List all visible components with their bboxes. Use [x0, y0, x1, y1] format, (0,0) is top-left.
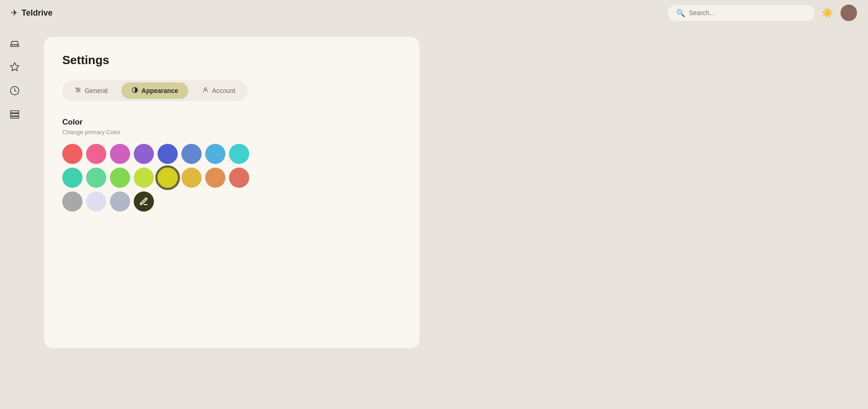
color-swatch-green[interactable] — [110, 168, 130, 188]
tab-account[interactable]: Account — [192, 82, 246, 99]
logo-icon: ✈ — [11, 8, 18, 18]
logo-area: ✈ Teldrive — [11, 8, 53, 18]
tab-account-label: Account — [212, 87, 235, 94]
color-swatch-mint[interactable] — [86, 168, 106, 188]
topbar-right: 🔍 ☀️ — [668, 5, 857, 21]
color-section-label: Color — [62, 118, 401, 127]
svg-rect-4 — [11, 111, 19, 113]
sidebar-item-drive[interactable] — [5, 33, 25, 53]
color-grid — [62, 144, 401, 212]
sidebar-item-storage[interactable] — [5, 104, 25, 125]
theme-toggle-button[interactable]: ☀️ — [822, 7, 833, 18]
svg-point-0 — [12, 44, 14, 45]
svg-point-1 — [16, 44, 17, 45]
color-swatch-pink[interactable] — [86, 144, 106, 164]
settings-title: Settings — [62, 53, 401, 67]
color-swatch-lime[interactable] — [134, 168, 154, 188]
tab-appearance-label: Appearance — [142, 87, 178, 94]
color-swatch-sky[interactable] — [205, 144, 225, 164]
svg-point-12 — [204, 88, 207, 90]
search-input[interactable] — [689, 9, 806, 16]
color-swatch-indigo[interactable] — [158, 144, 178, 164]
color-swatch-orange[interactable] — [205, 168, 225, 188]
search-bar[interactable]: 🔍 — [668, 5, 814, 21]
color-swatch-red[interactable] — [62, 144, 82, 164]
account-tab-icon — [202, 87, 209, 95]
svg-rect-6 — [11, 117, 19, 119]
color-swatch-coral[interactable] — [229, 168, 249, 188]
color-swatch-blue[interactable] — [181, 144, 202, 164]
tab-appearance[interactable]: Appearance — [121, 82, 188, 99]
color-swatch-yellow[interactable] — [158, 168, 178, 188]
content-area: Settings General — [29, 26, 868, 409]
color-swatch-gray[interactable] — [62, 191, 82, 212]
search-icon: 🔍 — [676, 9, 685, 17]
color-section-sub: Change primary Color — [62, 129, 401, 136]
color-swatch-magenta[interactable] — [110, 144, 130, 164]
general-tab-icon — [75, 87, 82, 95]
tab-general-label: General — [85, 87, 108, 94]
sidebar-item-starred[interactable] — [5, 57, 25, 77]
svg-rect-5 — [11, 114, 19, 116]
settings-tabs: General Appearance — [62, 80, 248, 101]
tab-general[interactable]: General — [65, 82, 118, 99]
color-swatch-purple[interactable] — [134, 144, 154, 164]
appearance-tab-icon — [131, 87, 138, 95]
color-swatch-lavender[interactable] — [86, 191, 106, 212]
color-swatch-teal[interactable] — [62, 168, 82, 188]
svg-marker-2 — [11, 63, 19, 71]
topbar: ✈ Teldrive 🔍 ☀️ — [0, 0, 868, 26]
sidebar-item-recent[interactable] — [5, 81, 25, 101]
logo-text: Teldrive — [22, 8, 53, 18]
settings-card: Settings General — [44, 37, 420, 348]
color-swatch-slate[interactable] — [110, 191, 130, 212]
main-layout: Settings General — [0, 26, 868, 409]
color-swatch-cyan[interactable] — [229, 144, 249, 164]
color-section: Color Change primary Color — [62, 118, 401, 212]
sidebar — [0, 26, 29, 409]
color-swatch-gold[interactable] — [181, 168, 202, 188]
color-swatch-custom[interactable] — [134, 191, 154, 212]
avatar[interactable] — [841, 5, 857, 21]
sun-icon: ☀️ — [822, 8, 833, 18]
